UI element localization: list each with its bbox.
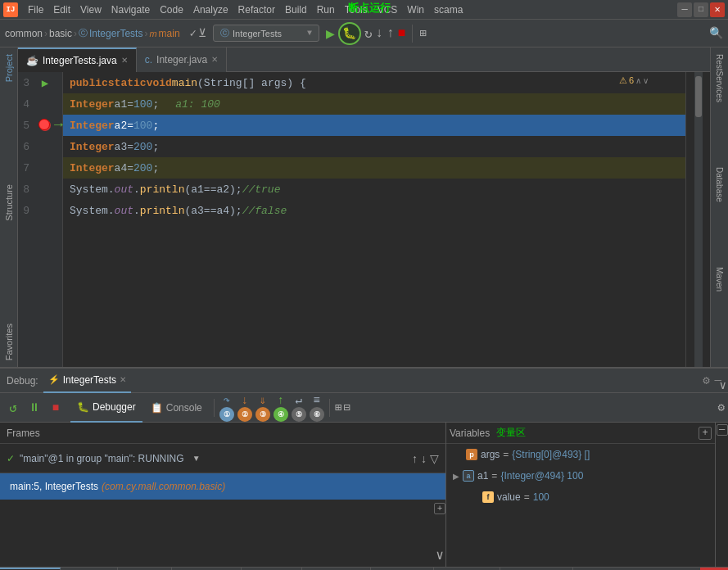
warning-chevron[interactable]: ∧ — [635, 77, 641, 85]
vcs-mark2-icon: ⊻ — [198, 26, 206, 40]
menu-scama[interactable]: scama — [429, 2, 468, 17]
frames-panel: Frames ✓ "main"@1 in group "main": RUNNI… — [0, 423, 446, 567]
stack-frame-row[interactable]: main:5, IntegerTests (com.cy.mall.common… — [0, 473, 445, 500]
breadcrumb: common › basic › ⓒ IntegerTests › m main — [5, 27, 180, 39]
menu-navigate[interactable]: Navigate — [106, 2, 155, 17]
menu-win[interactable]: Win — [402, 2, 429, 17]
maximize-button[interactable]: □ — [694, 2, 708, 17]
debug-pause-button[interactable]: ⏸ — [25, 398, 44, 418]
debug-stop-button[interactable]: ■ — [46, 398, 66, 418]
step-into-btn[interactable]: ↓ ② — [237, 394, 252, 422]
profiler-tab[interactable]: 📊 Profiler — [371, 568, 434, 571]
breakpoint-icon[interactable]: → — [39, 120, 51, 131]
run-button[interactable]: ▶ — [326, 25, 335, 43]
menu-run[interactable]: Run — [312, 2, 340, 17]
scrollbar-thumb[interactable] — [695, 76, 702, 117]
run-config-dropdown[interactable]: ⓒ IntegerTests ▼ — [213, 25, 319, 42]
breadcrumb-basic[interactable]: basic — [49, 28, 72, 39]
expand-a1-icon[interactable]: ▶ — [453, 472, 459, 481]
build-tab[interactable]: 🔨 Build — [118, 568, 172, 571]
debug-config-tab[interactable]: ⚡ IntegerTests ✕ — [43, 369, 131, 393]
p-icon: p — [466, 449, 477, 460]
step-out-button[interactable]: ↑ — [387, 26, 395, 41]
step-over-btn[interactable]: ↷ ① — [219, 393, 234, 422]
thread-down-btn[interactable]: ↓ — [421, 452, 427, 465]
line-num-8: 8 — [18, 179, 33, 200]
tab-integer-close[interactable]: ✕ — [211, 55, 218, 64]
warning-icon: ⚠ — [619, 76, 627, 85]
menu-edit[interactable]: Edit — [48, 2, 75, 17]
vars-minus-btn[interactable]: ─ — [717, 424, 728, 436]
step-into-button[interactable]: ↓ — [376, 26, 384, 41]
thread-up-btn[interactable]: ↑ — [412, 452, 418, 465]
menu-analyze[interactable]: Analyze — [188, 2, 233, 17]
class-file-icon: c. — [145, 54, 152, 66]
line-num-6: 6 — [18, 136, 33, 157]
editor-scrollbar[interactable] — [694, 72, 703, 367]
debug-bottom-tab[interactable]: 🐛 Debug — [0, 568, 61, 571]
rest-services-tab[interactable]: RestServices — [713, 48, 726, 109]
thread-filter-icon[interactable]: ▽ — [430, 452, 439, 465]
menu-code[interactable]: Code — [155, 2, 188, 17]
tab-integer[interactable]: c. Integer.java ✕ — [137, 48, 227, 72]
favorites-tab[interactable]: Favorites — [2, 317, 16, 367]
menu-view[interactable]: View — [75, 2, 106, 17]
project-tab[interactable]: Project — [2, 48, 16, 88]
run-to-cursor-btn[interactable]: ↵ ⑤ — [292, 393, 306, 422]
warning-badge[interactable]: ⚠ 6 ∧ ∨ — [619, 76, 649, 85]
grid-view-button[interactable]: ⊞ — [419, 26, 426, 40]
run-here-icon[interactable]: ▶ — [42, 76, 48, 90]
auto-build-tab[interactable]: ⚠ Auto-build — [500, 568, 573, 571]
console-tab[interactable]: 📋 Console — [144, 393, 209, 423]
spring-tab[interactable]: 🌿 Spring — [242, 568, 302, 571]
code-content[interactable]: public static void main(String[] args) {… — [63, 72, 685, 367]
error-count-badge[interactable]: 4 E — [700, 568, 728, 571]
variables-side-controls: Variables 变量区 + — [446, 423, 715, 444]
rerun-button[interactable]: ↺ — [3, 398, 23, 418]
evaluate-btn[interactable]: ≡ ⑥ — [310, 394, 324, 422]
structure-tab[interactable]: Structure — [2, 178, 16, 228]
scroll-down-btn[interactable]: ∨ — [436, 547, 444, 563]
threads-icon[interactable]: ⊟ — [343, 400, 350, 414]
variables-header-label: Variables — [450, 428, 490, 439]
thread-dropdown[interactable]: ▼ — [192, 454, 201, 463]
services-tab[interactable]: ⚙ Services — [434, 568, 500, 571]
menu-build[interactable]: Build — [280, 2, 312, 17]
debug-settings-icon[interactable]: ⚙ — [718, 400, 725, 414]
terminal-tab[interactable]: ▶_ Terminal — [302, 568, 371, 571]
f-icon: f — [482, 491, 494, 503]
debug-config-close[interactable]: ✕ — [120, 375, 126, 384]
frames-table-icon[interactable]: ⊞ — [335, 400, 341, 414]
code-line-5: Integer a2=100; — [63, 115, 685, 136]
line-num-9: 9 — [18, 200, 33, 221]
menu-refactor[interactable]: Refactor — [233, 2, 280, 17]
vars-plus-btn[interactable]: + — [434, 503, 445, 514]
problems-tab[interactable]: ⚠ Problems — [172, 568, 242, 571]
todo-tab[interactable]: ☰ TODO — [61, 568, 117, 571]
debugger-tab[interactable]: 🐛 Debugger — [70, 393, 142, 423]
step-out-btn[interactable]: ↑ ④ — [274, 394, 288, 422]
breadcrumb-class[interactable]: IntegerTests — [89, 28, 142, 39]
maven-tab[interactable]: Maven — [713, 260, 726, 298]
step-into-force-btn[interactable]: ⇓ ③ — [255, 393, 270, 422]
stack-frame-label: main:5, IntegerTests — [10, 481, 98, 492]
database-tab[interactable]: Database — [713, 161, 726, 209]
warning-chevron2[interactable]: ∨ — [643, 77, 649, 85]
gear-icon[interactable]: ⚙ — [703, 373, 709, 387]
breadcrumb-method[interactable]: main — [159, 28, 180, 39]
gutter-row-5[interactable]: → — [36, 115, 54, 136]
breadcrumb-common[interactable]: common — [5, 28, 43, 39]
var-item-value: f value = 100 — [446, 486, 715, 508]
step-over-button[interactable]: ↻ — [364, 25, 373, 42]
gutter-row-3[interactable]: ▶ — [36, 72, 54, 93]
tab-integer-label: Integer.java — [156, 54, 207, 66]
stop-button[interactable]: ■ — [398, 26, 406, 41]
debug-button[interactable]: 🐛 断点运行 — [338, 22, 361, 45]
add-variable-btn[interactable]: + — [699, 427, 712, 440]
tab-integertests-close[interactable]: ✕ — [121, 56, 128, 65]
menu-file[interactable]: File — [23, 2, 48, 17]
search-button[interactable]: 🔍 — [709, 26, 723, 40]
close-button[interactable]: ✕ — [710, 2, 725, 17]
minimize-button[interactable]: ─ — [677, 2, 692, 17]
tab-integertests[interactable]: ☕ IntegerTests.java ✕ — [18, 48, 137, 72]
